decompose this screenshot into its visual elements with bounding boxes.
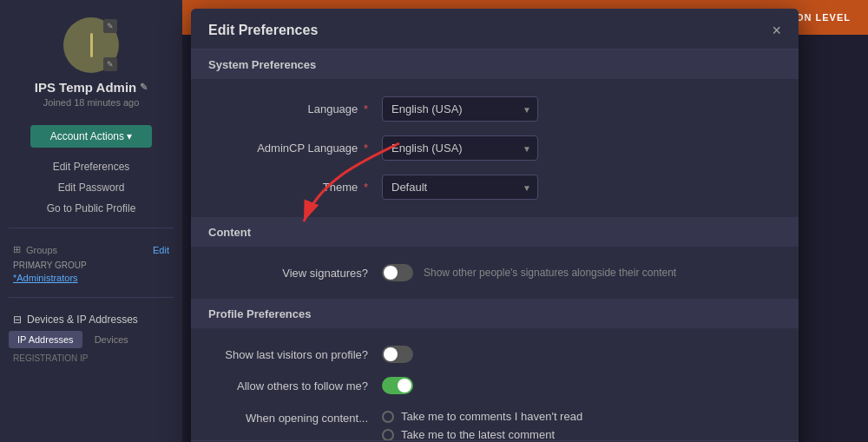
view-signatures-toggle[interactable] — [382, 264, 413, 281]
edit-password-menu-item[interactable]: Edit Password — [49, 177, 134, 198]
admincp-language-row: AdminCP Language * English (USA) ▼ — [208, 129, 781, 168]
edit-preferences-menu-item[interactable]: Edit Preferences — [44, 156, 139, 177]
avatar-graphic — [90, 33, 93, 57]
radio-item-2[interactable]: Take me to the latest comment — [382, 428, 582, 440]
admincp-language-select[interactable]: English (USA) — [382, 135, 538, 161]
devices-icon: ⊟ — [13, 313, 22, 326]
modal-body: System Preferences Language * English (U… — [191, 49, 799, 440]
profile-preferences-header: Profile Preferences — [191, 299, 799, 328]
avatar-top-edit-icon[interactable]: ✎ — [103, 19, 117, 33]
devices-section-title: ⊟ Devices & IP Addresses — [0, 307, 182, 331]
sidebar-username: IPS Temp Admin ✎ — [35, 80, 148, 95]
primary-group-label: PRIMARY GROUP — [0, 259, 182, 272]
groups-icon: ⊞ — [13, 244, 21, 255]
language-row: Language * English (USA) ▼ — [208, 89, 781, 129]
theme-select[interactable]: Default — [382, 175, 538, 200]
primary-group-value[interactable]: *Administrators — [0, 272, 182, 288]
devices-tabs: IP Addresses Devices — [0, 331, 182, 348]
view-signatures-description: Show other people's signatures alongside… — [424, 267, 676, 279]
username-edit-icon[interactable]: ✎ — [140, 82, 148, 93]
sidebar-joined: Joined 18 minutes ago — [43, 97, 140, 108]
go-to-public-profile-menu-item[interactable]: Go to Public Profile — [38, 198, 145, 219]
modal-close-button[interactable]: × — [772, 23, 781, 38]
tab-ip-addresses[interactable]: IP Addresses — [9, 331, 82, 348]
show-last-visitors-knob — [384, 347, 398, 361]
when-opening-row: When opening content... Take me to comme… — [208, 401, 781, 440]
language-select[interactable]: English (USA) — [382, 96, 538, 122]
system-preferences-title: System Preferences — [208, 58, 316, 71]
allow-follow-label: Allow others to follow me? — [208, 379, 382, 393]
admincp-required: * — [364, 142, 368, 155]
sidebar-divider-1 — [9, 228, 174, 228]
content-title: Content — [208, 226, 251, 239]
groups-edit-link[interactable]: Edit — [153, 245, 169, 255]
admincp-language-select-wrapper: English (USA) ▼ — [382, 135, 538, 161]
admincp-language-label: AdminCP Language * — [208, 142, 382, 155]
system-preferences-header: System Preferences — [191, 49, 799, 79]
theme-select-wrapper: Default ▼ — [382, 175, 538, 200]
modal-header: Edit Preferences × — [191, 9, 799, 49]
allow-follow-row: Allow others to follow me? — [208, 370, 781, 401]
theme-required: * — [364, 181, 368, 194]
radio-circle-2 — [382, 429, 394, 441]
theme-row: Theme * Default ▼ — [208, 168, 781, 207]
system-preferences-content: Language * English (USA) ▼ AdminCP Langu… — [191, 79, 799, 217]
language-label: Language * — [208, 102, 382, 115]
show-last-visitors-toggle[interactable] — [382, 346, 413, 363]
level-label: ION LEVEL — [792, 12, 851, 23]
profile-preferences-content: Show last visitors on profile? Allow oth… — [191, 328, 799, 440]
theme-label: Theme * — [208, 181, 382, 194]
allow-follow-knob — [398, 379, 411, 393]
show-last-visitors-row: Show last visitors on profile? — [208, 339, 781, 370]
content-section-content: View signatures? Show other people's sig… — [191, 247, 799, 299]
allow-follow-toggle[interactable] — [382, 377, 413, 394]
show-last-visitors-label: Show last visitors on profile? — [208, 348, 382, 361]
view-signatures-label: View signatures? — [208, 267, 382, 280]
registration-ip-label: REGISTRATION IP — [0, 348, 182, 365]
account-actions-button[interactable]: Account Actions ▾ — [30, 125, 152, 148]
radio-item-1[interactable]: Take me to comments I haven't read — [382, 410, 582, 423]
avatar-area: ✎ ✎ IPS Temp Admin ✎ Joined 18 minutes a… — [0, 0, 182, 116]
when-opening-label: When opening content... — [208, 410, 382, 425]
radio-circle-1 — [382, 411, 394, 423]
avatar: ✎ ✎ — [63, 17, 119, 73]
opening-content-radio-group: Take me to comments I haven't read Take … — [382, 410, 582, 440]
language-select-wrapper: English (USA) ▼ — [382, 96, 538, 122]
sidebar-divider-2 — [9, 297, 174, 298]
view-signatures-row: View signatures? Show other people's sig… — [208, 257, 781, 288]
content-header: Content — [191, 217, 799, 247]
profile-preferences-title: Profile Preferences — [208, 307, 312, 320]
tab-devices[interactable]: Devices — [86, 331, 137, 348]
toggle-knob — [384, 266, 398, 280]
sidebar: ✎ ✎ IPS Temp Admin ✎ Joined 18 minutes a… — [0, 0, 182, 442]
avatar-bottom-edit-icon[interactable]: ✎ — [103, 57, 117, 71]
groups-section: ⊞ Groups Edit — [0, 237, 182, 259]
edit-preferences-modal: Edit Preferences × System Preferences La… — [191, 9, 799, 442]
modal-title: Edit Preferences — [208, 23, 318, 38]
language-required: * — [364, 102, 368, 115]
